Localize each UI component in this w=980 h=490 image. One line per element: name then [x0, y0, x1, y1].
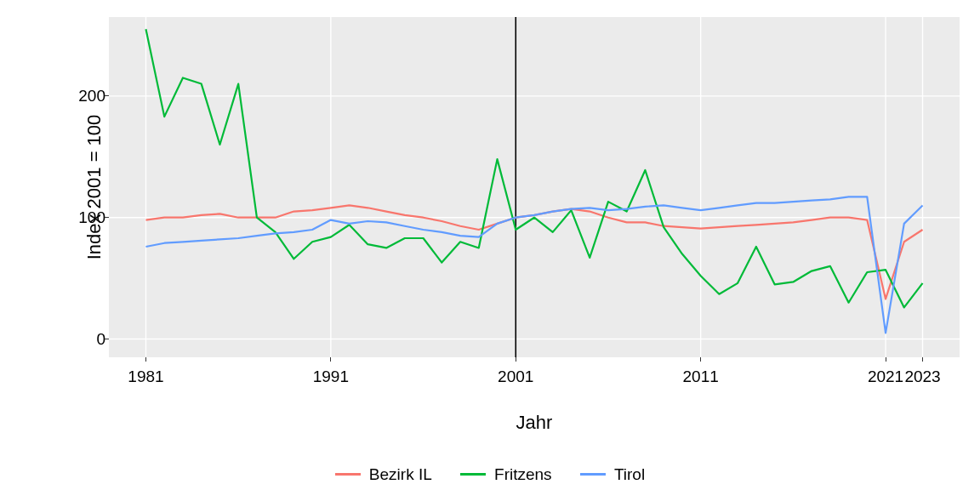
y-tick-label: 200 — [54, 87, 105, 105]
x-tick-label: 2023 — [904, 368, 940, 386]
legend-item-bezirk-il: Bezirk IL — [335, 465, 432, 484]
legend: Bezirk IL Fritzens Tirol — [0, 461, 980, 484]
legend-label: Fritzens — [494, 465, 552, 484]
y-axis-label: Index 2001 = 100 — [83, 115, 105, 260]
legend-swatch-icon — [460, 473, 486, 476]
legend-swatch-icon — [335, 473, 361, 476]
legend-swatch-icon — [580, 473, 606, 476]
plot-svg — [109, 17, 960, 357]
legend-label: Bezirk IL — [369, 465, 432, 484]
y-tick-label: 0 — [54, 330, 105, 349]
x-tick-label: 2011 — [683, 368, 719, 386]
legend-item-fritzens: Fritzens — [460, 465, 552, 484]
plot-panel — [109, 17, 960, 357]
x-tick-label: 2001 — [498, 368, 533, 386]
legend-label: Tirol — [614, 465, 645, 484]
x-tick-label: 1991 — [313, 368, 349, 386]
legend-item-tirol: Tirol — [580, 465, 645, 484]
x-tick-label: 1981 — [128, 368, 163, 386]
x-tick-label: 2021 — [868, 368, 903, 386]
x-axis-label: Jahr — [516, 412, 553, 434]
